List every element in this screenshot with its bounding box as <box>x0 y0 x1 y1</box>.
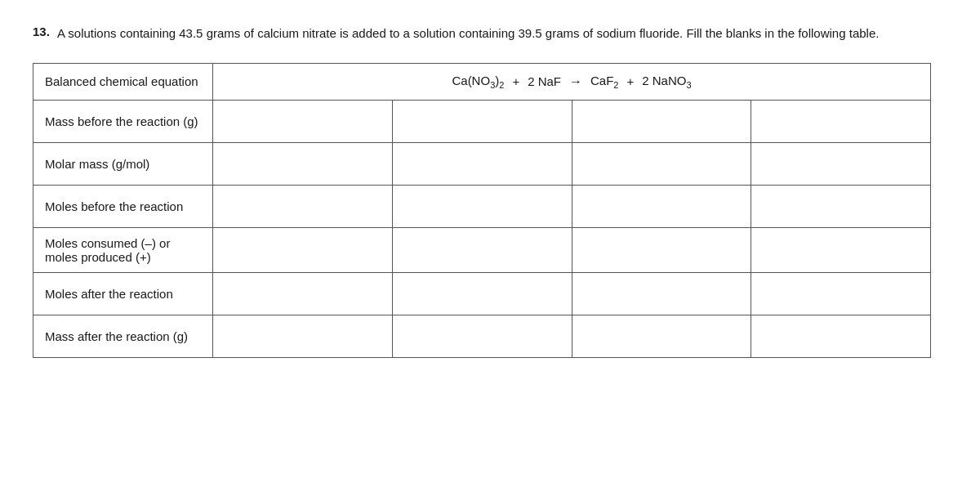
moles-after-col4[interactable] <box>751 272 931 315</box>
moles-consumed-label: Moles consumed (–) or moles produced (+) <box>33 227 213 272</box>
equation-cell: Ca(NO3)2 + 2 NaF → CaF2 + 2 NaNO3 <box>213 63 931 100</box>
mass-after-col3[interactable] <box>572 315 751 357</box>
moles-before-row: Moles before the reaction <box>33 185 931 227</box>
reaction-arrow: → <box>569 74 582 89</box>
moles-consumed-col4[interactable] <box>751 227 931 272</box>
moles-consumed-col1[interactable] <box>213 227 393 272</box>
equation-row: Balanced chemical equation Ca(NO3)2 + 2 … <box>33 63 931 100</box>
reactant1: Ca(NO3)2 <box>452 74 504 90</box>
molar-mass-label: Molar mass (g/mol) <box>33 142 213 185</box>
moles-after-row: Moles after the reaction <box>33 272 931 315</box>
plus1: + <box>512 74 519 88</box>
mass-after-label: Mass after the reaction (g) <box>33 315 213 357</box>
moles-before-col2[interactable] <box>392 185 572 227</box>
molar-mass-col4[interactable] <box>751 142 931 185</box>
moles-after-label: Moles after the reaction <box>33 272 213 315</box>
moles-consumed-row: Moles consumed (–) or moles produced (+) <box>33 227 931 272</box>
molar-mass-col2[interactable] <box>392 142 572 185</box>
mass-before-label: Mass before the reaction (g) <box>33 100 213 142</box>
chemistry-table: Balanced chemical equation Ca(NO3)2 + 2 … <box>33 63 931 358</box>
problem-container: 13. A solutions containing 43.5 grams of… <box>33 25 947 43</box>
moles-before-col1[interactable] <box>213 185 393 227</box>
mass-before-col4[interactable] <box>751 100 931 142</box>
mass-before-col1[interactable] <box>213 100 393 142</box>
moles-before-label: Moles before the reaction <box>33 185 213 227</box>
problem-number: 13. <box>33 25 57 43</box>
reactant2: 2 NaF <box>528 74 561 88</box>
mass-before-row: Mass before the reaction (g) <box>33 100 931 142</box>
moles-before-col3[interactable] <box>572 185 751 227</box>
mass-after-col2[interactable] <box>392 315 572 357</box>
equation-label: Balanced chemical equation <box>33 63 213 100</box>
problem-text: A solutions containing 43.5 grams of cal… <box>57 25 879 43</box>
moles-consumed-col2[interactable] <box>392 227 572 272</box>
molar-mass-col1[interactable] <box>213 142 393 185</box>
molar-mass-col3[interactable] <box>572 142 751 185</box>
mass-before-col3[interactable] <box>572 100 751 142</box>
moles-after-col3[interactable] <box>572 272 751 315</box>
moles-after-col1[interactable] <box>213 272 393 315</box>
moles-consumed-col3[interactable] <box>572 227 751 272</box>
chemical-equation: Ca(NO3)2 + 2 NaF → CaF2 + 2 NaNO3 <box>225 74 919 90</box>
product2: 2 NaNO3 <box>642 74 691 90</box>
moles-before-col4[interactable] <box>751 185 931 227</box>
molar-mass-row: Molar mass (g/mol) <box>33 142 931 185</box>
mass-after-col4[interactable] <box>751 315 931 357</box>
mass-before-col2[interactable] <box>392 100 572 142</box>
product1: CaF2 <box>590 74 618 90</box>
mass-after-row: Mass after the reaction (g) <box>33 315 931 357</box>
plus2: + <box>626 74 634 88</box>
moles-after-col2[interactable] <box>392 272 572 315</box>
mass-after-col1[interactable] <box>213 315 393 357</box>
